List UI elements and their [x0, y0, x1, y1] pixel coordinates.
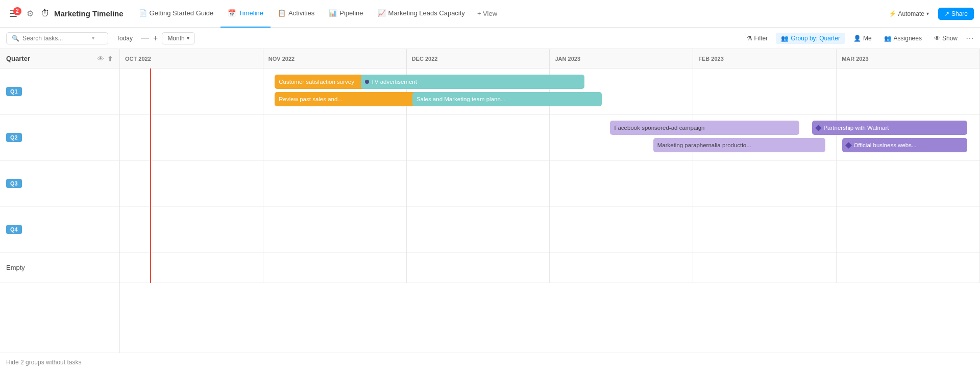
person-icon: 👤 — [853, 35, 861, 42]
task-sales-marketing-plan[interactable]: Sales and Marketing team plann... — [412, 92, 602, 106]
cell-q1-feb — [693, 68, 837, 114]
share-button[interactable]: ↗ Share — [938, 8, 974, 20]
task-marketing-paraphernalia[interactable]: Marketing paraphernalia productio... — [653, 138, 825, 152]
month-jan: JAN 2023 — [550, 49, 693, 68]
tab-marketing-leads[interactable]: 📈 Marketing Leads Capacity — [371, 0, 472, 28]
show-button[interactable]: 👁 Show — [930, 33, 962, 44]
search-icon: 🔍 — [12, 35, 19, 42]
cell-q4-nov — [263, 206, 407, 252]
group-row-q3: Q3 — [0, 160, 119, 206]
chevron-down-icon: ▾ — [926, 11, 929, 16]
timeline-grid: OCT 2022 NOV 2022 DEC 2022 JAN 2023 FEB … — [120, 49, 980, 353]
cell-q2-dec — [407, 114, 550, 160]
task-tv-advertisement[interactable]: TV advertisement — [361, 75, 584, 89]
filter-icon: ⚗ — [747, 35, 752, 42]
hide-groups-link[interactable]: Hide 2 groups without tasks — [6, 359, 81, 366]
automate-button[interactable]: ⚡ Automate ▾ — [884, 8, 934, 20]
app-icon: ⏱ — [41, 8, 50, 19]
activities-icon: 📋 — [278, 9, 286, 17]
automate-icon: ⚡ — [889, 10, 896, 17]
chevron-down-icon: ▾ — [92, 35, 94, 41]
filter-button[interactable]: ⚗ Filter — [743, 33, 772, 44]
q1-badge[interactable]: Q1 — [6, 87, 22, 96]
group-row-q2: Q2 — [0, 114, 119, 160]
cell-q4-mar — [837, 206, 980, 252]
tab-pipeline[interactable]: 📊 Pipeline — [322, 0, 370, 28]
task-official-business-website[interactable]: Official business webs... — [842, 138, 967, 152]
people-icon: 👥 — [884, 35, 892, 42]
grid-row-q4 — [120, 206, 980, 252]
nav-tabs: 📄 Getting Started Guide 📅 Timeline 📋 Act… — [132, 0, 881, 28]
cell-q2-nov — [263, 114, 407, 160]
task-milestone-diamond — [816, 125, 822, 131]
month-mar: MAR 2023 — [837, 49, 980, 68]
group-row-q4: Q4 — [0, 206, 119, 252]
today-line — [150, 68, 151, 283]
me-button[interactable]: 👤 Me — [849, 33, 876, 44]
cell-q3-dec — [407, 160, 550, 206]
q2-badge[interactable]: Q2 — [6, 133, 22, 142]
month-feb: FEB 2023 — [693, 49, 837, 68]
timeline-container: Quarter 👁 ⬆ Q1 Q2 Q3 Q4 Empty — [0, 49, 980, 353]
cell-q1-oct — [120, 68, 263, 114]
more-options-icon[interactable]: ⋯ — [966, 33, 974, 43]
toolbar: 🔍 ▾ Today — + Month ▾ ⚗ Filter 👥 Group b… — [0, 28, 980, 49]
toolbar-right: ⚗ Filter 👥 Group by: Quarter 👤 Me 👥 Assi… — [743, 33, 974, 44]
cell-q3-mar — [837, 160, 980, 206]
cell-empty-mar — [837, 252, 980, 283]
sidebar-header: Quarter 👁 ⬆ — [0, 49, 119, 68]
task-facebook-campaign[interactable]: Facebook sponsored-ad campaign — [610, 121, 799, 135]
grid-row-q3 — [120, 160, 980, 206]
month-button[interactable]: Month ▾ — [162, 32, 194, 44]
cell-q1-mar — [837, 68, 980, 114]
cell-empty-dec — [407, 252, 550, 283]
month-nov: NOV 2022 — [263, 49, 407, 68]
month-dec: DEC 2022 — [407, 49, 550, 68]
add-button[interactable]: + — [153, 34, 158, 43]
q4-badge[interactable]: Q4 — [6, 225, 22, 234]
timeline-icon: 📅 — [228, 9, 236, 17]
cell-q4-feb — [693, 206, 837, 252]
search-input[interactable] — [22, 35, 89, 42]
doc-icon: 📄 — [139, 9, 147, 17]
cell-q4-oct — [120, 206, 263, 252]
grid-row-empty — [120, 252, 980, 283]
cell-empty-feb — [693, 252, 837, 283]
task-review-sales[interactable]: Review past sales and... — [275, 92, 429, 106]
tab-activities[interactable]: 📋 Activities — [271, 0, 322, 28]
group-by-button[interactable]: 👥 Group by: Quarter — [776, 33, 845, 44]
cell-q4-dec — [407, 206, 550, 252]
add-view-button[interactable]: + View — [472, 10, 502, 17]
empty-row: Empty — [0, 252, 119, 283]
sidebar: Quarter 👁 ⬆ Q1 Q2 Q3 Q4 Empty — [0, 49, 120, 353]
cell-q3-jan — [550, 160, 693, 206]
pipeline-icon: 📊 — [329, 9, 337, 17]
task-partnership-walmart[interactable]: Partnership with Walmart — [812, 121, 967, 135]
cell-q3-nov — [263, 160, 407, 206]
bottom-bar: Hide 2 groups without tasks — [0, 353, 980, 371]
cell-empty-oct — [120, 252, 263, 283]
task-milestone-dot — [365, 80, 369, 84]
notification-count: 2 — [13, 7, 21, 15]
group-icon: 👥 — [781, 35, 789, 42]
tab-timeline[interactable]: 📅 Timeline — [220, 0, 271, 28]
month-oct: OCT 2022 — [120, 49, 263, 68]
months-header: OCT 2022 NOV 2022 DEC 2022 JAN 2023 FEB … — [120, 49, 980, 68]
cell-empty-nov — [263, 252, 407, 283]
eye-icon: 👁 — [934, 35, 940, 42]
group-row-q1: Q1 — [0, 68, 119, 114]
task-milestone-diamond-2 — [846, 142, 852, 149]
q3-badge[interactable]: Q3 — [6, 179, 22, 188]
search-box[interactable]: 🔍 ▾ — [6, 32, 108, 44]
cell-q2-oct — [120, 114, 263, 160]
cell-q3-oct — [120, 160, 263, 206]
assignees-button[interactable]: 👥 Assignees — [880, 33, 926, 44]
today-button[interactable]: Today — [112, 33, 137, 44]
settings-icon[interactable]: ⚙ — [23, 6, 37, 21]
hide-icon[interactable]: 👁 — [97, 55, 104, 63]
app-title: Marketing Timeline — [54, 9, 124, 18]
cell-q4-jan — [550, 206, 693, 252]
collapse-icon[interactable]: ⬆ — [107, 55, 113, 63]
tab-getting-started[interactable]: 📄 Getting Started Guide — [132, 0, 221, 28]
capacity-icon: 📈 — [378, 9, 386, 17]
